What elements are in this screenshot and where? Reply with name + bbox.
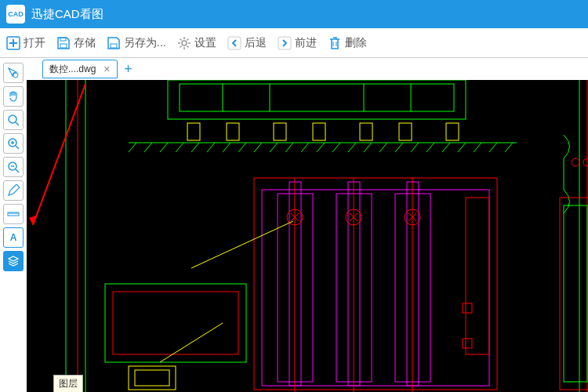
cad-drawing	[27, 80, 588, 392]
svg-line-40	[301, 143, 309, 152]
svg-rect-23	[274, 123, 286, 140]
delete-button[interactable]: 删除	[328, 36, 367, 50]
trash-icon	[328, 36, 342, 50]
svg-point-4	[182, 41, 187, 45]
zoom-out-icon	[7, 161, 20, 173]
svg-rect-21	[187, 123, 200, 140]
main-toolbar: 打开 存储 另存为... 设置 后退 前进 删除	[0, 28, 588, 58]
cursor-icon	[7, 67, 20, 79]
layers-tool[interactable]	[3, 251, 24, 271]
svg-rect-81	[564, 205, 587, 382]
saveas-icon	[107, 36, 121, 50]
magnifier-icon	[7, 114, 20, 126]
plus-icon	[6, 36, 20, 50]
svg-rect-25	[360, 123, 372, 140]
svg-rect-15	[168, 80, 466, 119]
tool-sidebar: A	[0, 58, 27, 392]
svg-line-39	[285, 143, 293, 152]
tab-bar: 数控....dwg × +	[27, 58, 588, 80]
svg-line-30	[144, 143, 152, 152]
svg-rect-58	[262, 190, 489, 386]
svg-point-54	[572, 158, 579, 166]
svg-rect-24	[313, 123, 325, 140]
zoom-in-icon	[7, 137, 20, 150]
file-tab[interactable]: 数控....dwg ×	[42, 60, 118, 78]
svg-rect-3	[111, 44, 117, 48]
svg-line-35	[223, 143, 230, 152]
draw-tool[interactable]	[3, 180, 24, 201]
zoomin-tool[interactable]	[3, 133, 24, 154]
app-title: 迅捷CAD看图	[31, 7, 103, 22]
svg-line-29	[129, 143, 136, 152]
select-tool[interactable]	[3, 63, 24, 83]
svg-rect-27	[446, 123, 459, 140]
svg-rect-14	[85, 80, 579, 392]
svg-line-52	[489, 143, 497, 152]
svg-rect-79	[463, 339, 472, 348]
svg-rect-74	[135, 370, 169, 386]
svg-line-45	[379, 143, 387, 152]
measure-tool[interactable]	[3, 204, 24, 224]
svg-line-76	[160, 323, 223, 362]
svg-rect-5	[228, 37, 241, 49]
back-button[interactable]: 后退	[227, 36, 267, 50]
svg-line-47	[411, 143, 419, 152]
zoom-tool[interactable]	[3, 110, 24, 130]
open-button[interactable]: 打开	[6, 36, 45, 50]
svg-line-41	[317, 143, 325, 152]
svg-line-37	[254, 143, 262, 152]
svg-line-46	[395, 143, 403, 152]
tab-label: 数控....dwg	[49, 63, 96, 76]
svg-line-36	[238, 143, 246, 152]
saveas-button[interactable]: 另存为...	[107, 36, 166, 50]
layers-tooltip: 图层	[53, 375, 83, 392]
arrow-right-icon	[278, 36, 292, 50]
svg-line-31	[160, 143, 168, 152]
svg-line-53	[505, 143, 513, 152]
arrow-left-icon	[227, 36, 241, 50]
pan-tool[interactable]	[3, 86, 24, 107]
app-logo: CAD	[6, 5, 25, 24]
zoomout-tool[interactable]	[3, 157, 24, 177]
svg-line-44	[364, 143, 372, 152]
gear-icon	[177, 36, 191, 50]
svg-line-32	[176, 143, 183, 152]
svg-line-38	[270, 143, 278, 152]
svg-line-49	[442, 143, 450, 152]
svg-rect-1	[60, 44, 67, 48]
svg-rect-78	[463, 303, 472, 313]
svg-line-42	[332, 143, 340, 152]
ruler-icon	[7, 208, 20, 220]
svg-point-7	[13, 73, 18, 78]
forward-button[interactable]: 前进	[278, 36, 317, 50]
text-tool[interactable]: A	[3, 227, 24, 248]
drawing-canvas[interactable]	[27, 80, 588, 392]
svg-line-33	[191, 143, 199, 152]
hand-icon	[7, 90, 20, 103]
svg-point-8	[9, 115, 16, 123]
svg-rect-13	[78, 80, 587, 392]
save-button[interactable]: 存储	[56, 36, 96, 50]
svg-rect-16	[180, 84, 454, 111]
save-icon	[56, 36, 71, 50]
close-tab-icon[interactable]: ×	[103, 63, 110, 75]
svg-line-34	[207, 143, 215, 152]
svg-line-43	[348, 143, 356, 152]
settings-button[interactable]: 设置	[177, 36, 216, 50]
svg-line-50	[458, 143, 466, 152]
svg-rect-71	[105, 284, 246, 362]
svg-rect-6	[278, 37, 291, 49]
add-tab-button[interactable]: +	[119, 60, 138, 78]
svg-rect-57	[254, 178, 497, 390]
svg-rect-26	[399, 123, 412, 140]
svg-rect-72	[113, 292, 238, 354]
svg-rect-22	[227, 123, 239, 140]
layers-icon	[7, 255, 20, 267]
svg-line-48	[426, 143, 434, 152]
svg-rect-77	[466, 198, 489, 354]
svg-rect-12	[66, 80, 588, 392]
title-bar: CAD 迅捷CAD看图	[0, 0, 588, 28]
pencil-icon	[7, 184, 20, 197]
svg-line-51	[474, 143, 481, 152]
